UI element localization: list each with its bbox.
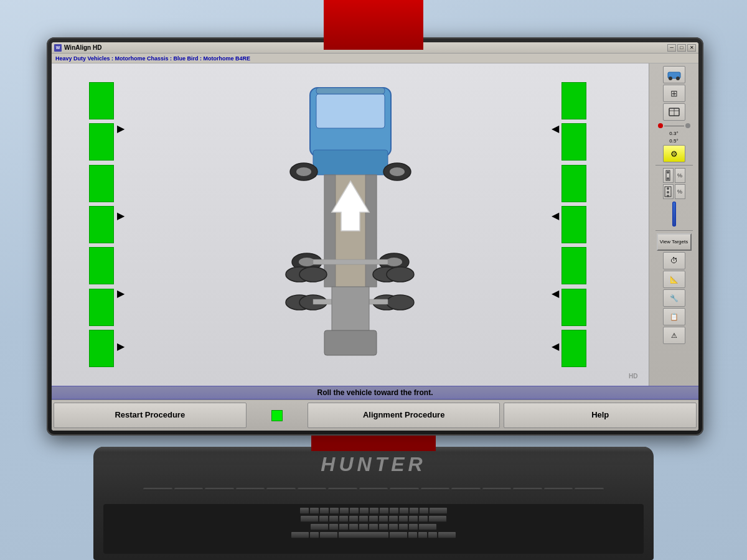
right-arrow-1: ◀: [552, 123, 559, 134]
sidebar-divider-1: [655, 165, 693, 166]
sidebar-icon-3[interactable]: [663, 103, 685, 121]
key[interactable]: [329, 524, 338, 530]
vent-10: [421, 488, 450, 490]
sidebar-icon-9[interactable]: ⚠: [663, 327, 685, 344]
left-block-2: [89, 123, 114, 161]
key[interactable]: [380, 508, 388, 514]
key[interactable]: [370, 508, 378, 514]
key[interactable]: [369, 524, 378, 530]
key[interactable]: [349, 524, 358, 530]
key[interactable]: [359, 516, 368, 522]
red-dot: [658, 123, 663, 128]
key-shift-right[interactable]: [419, 524, 436, 530]
right-block-5: [561, 247, 586, 284]
key[interactable]: [390, 508, 398, 514]
key[interactable]: [330, 508, 339, 514]
sidebar-pair-2: %: [663, 184, 685, 199]
sidebar-icon-8[interactable]: 📋: [663, 308, 685, 325]
key[interactable]: [410, 508, 418, 514]
sidebar-vehicles-icon[interactable]: [663, 66, 685, 83]
svg-point-37: [667, 177, 669, 180]
svg-rect-3: [316, 88, 385, 94]
key[interactable]: [300, 508, 309, 514]
key[interactable]: [399, 524, 408, 530]
restart-procedure-button[interactable]: Restart Procedure: [54, 403, 247, 428]
sidebar-pair-1: %: [663, 168, 685, 183]
sidebar-icon-2[interactable]: ⊞: [663, 85, 685, 102]
monitor-screen: W WinAlign HD ─ □ ✕ Heavy Duty Vehicles …: [52, 42, 698, 431]
key[interactable]: [339, 524, 348, 530]
key[interactable]: [350, 508, 359, 514]
view-targets-button[interactable]: View Targets: [657, 233, 692, 251]
key[interactable]: [379, 516, 388, 522]
red-indicator: [655, 123, 693, 128]
key-ctrl-right[interactable]: [438, 532, 456, 538]
key[interactable]: [420, 508, 428, 514]
sidebar-icon-4[interactable]: ⚙: [663, 145, 685, 162]
key[interactable]: [409, 516, 418, 522]
key[interactable]: [319, 516, 328, 522]
key[interactable]: [320, 508, 329, 514]
vent-8: [359, 488, 388, 490]
key[interactable]: [310, 508, 319, 514]
key-tab[interactable]: [301, 516, 318, 522]
right-arrow-2: ◀: [552, 210, 559, 222]
key-alt-right[interactable]: [390, 532, 407, 538]
sidebar-axle-icon-1[interactable]: [663, 168, 674, 183]
key[interactable]: [360, 508, 369, 514]
sidebar-axle-icon-4[interactable]: %: [675, 184, 685, 199]
maximize-button[interactable]: □: [677, 44, 686, 52]
key[interactable]: [310, 532, 319, 538]
key[interactable]: [428, 532, 437, 538]
key[interactable]: [418, 532, 427, 538]
svg-point-39: [667, 187, 669, 190]
svg-point-6: [296, 167, 311, 176]
sidebar-axle-icon-2[interactable]: %: [675, 168, 685, 183]
key-alt[interactable]: [320, 532, 337, 538]
vent-11: [451, 488, 481, 490]
key[interactable]: [369, 516, 378, 522]
sidebar-icon-6[interactable]: 📐: [663, 271, 685, 288]
vent-4: [236, 488, 265, 490]
vertical-indicator: [672, 202, 676, 226]
title-bar-left: W WinAlign HD: [54, 44, 101, 52]
vent-13: [513, 488, 542, 490]
key[interactable]: [409, 524, 418, 530]
key[interactable]: [399, 516, 408, 522]
key[interactable]: [400, 508, 408, 514]
vent-9: [390, 488, 419, 490]
key-space[interactable]: [339, 532, 388, 538]
close-button[interactable]: ✕: [687, 44, 696, 52]
key[interactable]: [408, 532, 417, 538]
key-enter[interactable]: [429, 516, 446, 522]
svg-point-19: [387, 267, 414, 282]
key-ctrl[interactable]: [291, 532, 309, 538]
key[interactable]: [389, 524, 398, 530]
alignment-procedure-button[interactable]: Alignment Procedure: [308, 403, 500, 428]
key[interactable]: [349, 516, 358, 522]
left-block-5: [89, 247, 114, 284]
key[interactable]: [389, 516, 398, 522]
svg-rect-27: [324, 330, 377, 355]
keyboard-area: [103, 504, 644, 554]
key-backspace[interactable]: [430, 508, 447, 514]
breadcrumb: Heavy Duty Vehicles : Motorhome Chassis …: [52, 54, 698, 63]
left-alignment-blocks: [89, 82, 114, 367]
svg-point-31: [676, 77, 680, 80]
key[interactable]: [379, 524, 388, 530]
key[interactable]: [419, 516, 428, 522]
keyboard-row-2: [108, 516, 639, 522]
indicator-line: [664, 126, 684, 126]
sidebar-icon-5[interactable]: ⏱: [663, 252, 685, 269]
viz-watermark: HD: [629, 370, 644, 381]
help-button[interactable]: Help: [504, 403, 697, 428]
sidebar-icon-7[interactable]: 🔧: [663, 289, 685, 307]
vent-3: [205, 488, 234, 490]
key-shift-left[interactable]: [311, 524, 328, 530]
key[interactable]: [340, 508, 349, 514]
key[interactable]: [329, 516, 338, 522]
key[interactable]: [359, 524, 368, 530]
key[interactable]: [339, 516, 348, 522]
minimize-button[interactable]: ─: [667, 44, 676, 52]
sidebar-axle-icon-3[interactable]: [663, 184, 674, 199]
